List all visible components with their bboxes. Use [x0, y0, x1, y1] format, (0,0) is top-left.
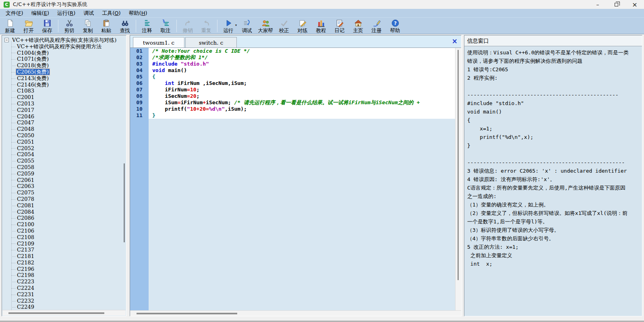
- menu-item-4[interactable]: 调试: [79, 9, 98, 18]
- toolbar-debug-button[interactable]: 调试: [238, 18, 256, 34]
- tree-item[interactable]: C2052: [2, 145, 126, 152]
- tree-item[interactable]: C2048: [2, 126, 126, 132]
- editor-vertical-scrollbar-thumb[interactable]: [458, 50, 459, 280]
- collapse-icon[interactable]: [4, 38, 9, 42]
- tree-item[interactable]: C2051: [2, 139, 126, 145]
- editor-gutter: 0102030405060708091011: [130, 48, 149, 310]
- menu-item-5[interactable]: 工具(O): [98, 9, 124, 18]
- tab-2[interactable]: switch. c: [185, 37, 237, 47]
- tree-item[interactable]: C2018(免费): [2, 62, 126, 69]
- toolbar-check-button[interactable]: 校正: [275, 18, 293, 34]
- dropdown-arrow-icon[interactable]: ▾: [235, 23, 237, 27]
- tree-item[interactable]: C2054: [2, 151, 126, 158]
- toolbar-find-button[interactable]: 查找: [116, 18, 134, 34]
- toolbar-practice-button[interactable]: 对练: [293, 18, 312, 34]
- restore-button[interactable]: [607, 0, 625, 9]
- toolbar-home-button[interactable]: 主页: [349, 18, 367, 34]
- info-text-line: [467, 82, 639, 91]
- menu-item-6[interactable]: 帮助(H): [125, 9, 151, 18]
- tree-item[interactable]: C2058: [2, 164, 126, 171]
- tree-item[interactable]: C2046: [2, 114, 126, 120]
- menu-item-3[interactable]: 运行(R): [53, 9, 79, 18]
- tree-item[interactable]: C2249: [2, 304, 126, 310]
- tree-item[interactable]: C2061: [2, 177, 126, 184]
- tree-item[interactable]: C2143(免费): [2, 75, 126, 82]
- toolbar-paste-button[interactable]: 粘贴: [97, 18, 116, 34]
- tree-item[interactable]: C1083: [2, 88, 126, 94]
- tree-item[interactable]: C2075: [2, 190, 126, 196]
- tree-horizontal-scrollbar[interactable]: [2, 310, 126, 316]
- tree-item[interactable]: C2059: [2, 171, 126, 177]
- tree-item[interactable]: C2146(免费): [2, 82, 126, 88]
- toolbar-save-button[interactable]: 保存: [38, 18, 56, 34]
- code-token: =: [206, 106, 209, 112]
- toolbar-uncomment-button[interactable]: 取注: [156, 18, 175, 34]
- tree-item[interactable]: C1004(免费): [2, 50, 126, 56]
- tree-item[interactable]: C2084: [2, 209, 126, 215]
- tree-item[interactable]: C2047: [2, 120, 126, 126]
- close-button[interactable]: ×: [625, 0, 644, 9]
- tree-item[interactable]: C2081: [2, 202, 126, 209]
- editor-horizontal-scrollbar[interactable]: [130, 310, 461, 316]
- toolbar-run-button[interactable]: ▾运行: [219, 18, 238, 34]
- editor-vertical-scrollbar[interactable]: [455, 48, 461, 310]
- tree-root[interactable]: VC++错误代码及程序实例(支持演示与对练): [2, 37, 126, 43]
- info-text-line: }: [467, 141, 639, 150]
- tree-item[interactable]: C2055: [2, 158, 126, 164]
- tree-item[interactable]: C2109: [2, 241, 126, 247]
- tree-item[interactable]: C2196: [2, 266, 126, 272]
- tree-item[interactable]: C2001: [2, 94, 126, 101]
- toolbar-register-button[interactable]: 注册: [367, 18, 386, 34]
- tree-item[interactable]: C2137: [2, 247, 126, 253]
- tree-item[interactable]: C2086: [2, 215, 126, 221]
- tree-item[interactable]: C2013: [2, 101, 126, 107]
- tree-item[interactable]: C2223: [2, 279, 126, 285]
- tree-horizontal-scrollbar-thumb[interactable]: [8, 312, 104, 314]
- toolbar-diary-button[interactable]: 日记: [330, 18, 349, 34]
- menu-item-1[interactable]: 文件(F): [2, 9, 27, 18]
- tree-item[interactable]: C2017: [2, 107, 126, 114]
- code-line: }: [149, 112, 455, 119]
- tree-item[interactable]: C2106: [2, 228, 126, 234]
- error-code-tree-panel: VC++错误代码及程序实例(支持演示与对练) VC++错误代码及程序实例使用方法…: [2, 35, 126, 316]
- tree-item[interactable]: C2224: [2, 285, 126, 291]
- tree-item[interactable]: C2232: [2, 298, 126, 304]
- toolbar-people-button[interactable]: 大家帮: [256, 18, 275, 34]
- minimize-button[interactable]: –: [588, 0, 607, 9]
- info-text-line: （2）变量定义了，但标识符名拼写错误。如将x1写成了xl(说明：前: [467, 209, 639, 217]
- editor-horizontal-scrollbar-thumb[interactable]: [137, 313, 237, 314]
- tree-item[interactable]: C2050: [2, 132, 126, 139]
- tree-item[interactable]: C2063: [2, 183, 126, 190]
- menu-item-2[interactable]: 编辑(E): [27, 9, 53, 18]
- code-token: /* 请先运行程序，看一看是什么结果。试一试将iFirNum与iSecNum之间…: [234, 99, 420, 105]
- tree-item[interactable]: C2198: [2, 272, 126, 279]
- toolbar-open-folder-button[interactable]: 打开: [19, 18, 38, 34]
- tree-item-label: C2232: [16, 298, 35, 304]
- toolbar-comment-button[interactable]: 注释: [138, 18, 156, 34]
- tree-item[interactable]: C2108: [2, 234, 126, 241]
- tab-1[interactable]: twosum1. c: [133, 37, 184, 47]
- toolbar-new-file-button[interactable]: 新建: [1, 18, 19, 34]
- tree-item[interactable]: C2231: [2, 291, 126, 298]
- code-editor[interactable]: /* Note:Your choice is C IDE *//*求两个整数的和…: [149, 48, 455, 310]
- code-token: [152, 80, 165, 86]
- toolbar-copy-button[interactable]: 复制: [79, 18, 97, 34]
- toolbar-cut-button[interactable]: 剪切: [60, 18, 79, 34]
- toolbar-help-button[interactable]: ?帮助: [386, 18, 404, 34]
- tree-item-label: C2001: [16, 94, 35, 100]
- tree-item[interactable]: C2100: [2, 221, 126, 228]
- tree-item[interactable]: C2078: [2, 196, 126, 202]
- tree-item[interactable]: C2181: [2, 253, 126, 260]
- info-text-line: ----------------------------------------…: [467, 158, 639, 167]
- tree-item[interactable]: C2065(免费): [2, 69, 126, 75]
- editor-close-icon[interactable]: ×: [452, 38, 458, 45]
- tree-item[interactable]: C1071(免费): [2, 56, 126, 62]
- line-number: 10: [130, 106, 149, 112]
- tree-item[interactable]: C2182: [2, 260, 126, 266]
- code-token: 10: [190, 106, 197, 112]
- tree-item[interactable]: VC++错误代码及程序实例使用方法: [2, 43, 126, 50]
- tree-vertical-scrollbar[interactable]: [124, 163, 125, 242]
- info-panel-body: 使用说明：Visual C++6.0的错误号不是某个特定的错误，而是一类错误，请…: [464, 46, 642, 316]
- toolbar-tutorial-button[interactable]: 教程: [312, 18, 330, 34]
- comment-icon: [142, 18, 152, 28]
